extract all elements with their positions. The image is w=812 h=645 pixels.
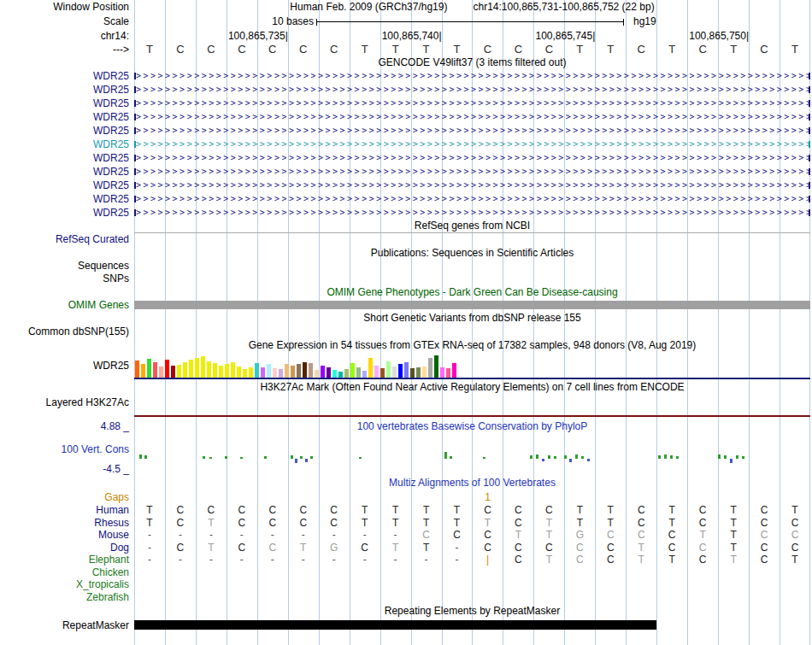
gene-body[interactable]: >>>>>>>>>>>>>>>>>>>>>>>>>>>>>>>>>>>>>>>>… xyxy=(134,165,810,179)
omim-gene-bar[interactable] xyxy=(134,301,810,309)
gtex-tissue-bar[interactable] xyxy=(434,355,438,378)
repeat-element-bar[interactable] xyxy=(134,620,656,630)
gtex-tissue-bar[interactable] xyxy=(446,368,450,378)
gtex-tissue-bar[interactable] xyxy=(279,369,283,378)
gtex-tissue-bar[interactable] xyxy=(374,366,379,378)
gene-body[interactable]: >>>>>>>>>>>>>>>>>>>>>>>>>>>>>>>>>>>>>>>>… xyxy=(134,151,810,165)
species-label[interactable]: Zebrafish xyxy=(0,591,134,604)
species-label[interactable]: Mouse xyxy=(0,529,134,542)
gtex-tissue-bar[interactable] xyxy=(321,366,325,378)
gene-label[interactable]: WDR25 xyxy=(0,206,134,220)
gtex-tissue-bar[interactable] xyxy=(249,367,253,378)
gene-body[interactable]: >>>>>>>>>>>>>>>>>>>>>>>>>>>>>>>>>>>>>>>>… xyxy=(134,69,810,83)
omim-genes-label[interactable]: OMIM Genes xyxy=(0,299,134,311)
gtex-tissue-bar[interactable] xyxy=(338,372,343,378)
gene-body[interactable]: >>>>>>>>>>>>>>>>>>>>>>>>>>>>>>>>>>>>>>>>… xyxy=(134,138,810,151)
species-label[interactable]: Rhesus xyxy=(0,517,134,530)
gene-label[interactable]: WDR25 xyxy=(0,165,134,179)
gtex-tissue-bar[interactable] xyxy=(267,364,271,378)
gtex-tissue-bar[interactable] xyxy=(327,367,331,378)
gene-label[interactable]: WDR25 xyxy=(0,179,134,192)
gtex-tissue-bar[interactable] xyxy=(261,367,265,378)
gtex-tissue-bar[interactable] xyxy=(362,371,367,378)
gtex-tissue-bar[interactable] xyxy=(410,368,415,378)
gtex-tissue-bar[interactable] xyxy=(225,364,229,378)
gtex-tissue-bar[interactable] xyxy=(416,367,421,378)
gtex-tissue-bar[interactable] xyxy=(428,358,432,378)
gene-body[interactable]: >>>>>>>>>>>>>>>>>>>>>>>>>>>>>>>>>>>>>>>>… xyxy=(134,192,810,206)
gtex-tissue-bar[interactable] xyxy=(165,360,169,378)
gene-body[interactable]: >>>>>>>>>>>>>>>>>>>>>>>>>>>>>>>>>>>>>>>>… xyxy=(134,97,810,110)
gtex-tissue-bar[interactable] xyxy=(159,366,163,378)
gtex-tissue-bar[interactable] xyxy=(147,359,151,378)
gtex-tissue-bar[interactable] xyxy=(291,366,295,378)
gtex-tissue-bar[interactable] xyxy=(344,369,349,378)
gene-label[interactable]: WDR25 xyxy=(0,97,134,110)
gtex-tissue-bar[interactable] xyxy=(452,363,456,378)
dbsnp-label[interactable]: Common dbSNP(155) xyxy=(0,325,134,338)
gtex-tissue-bar[interactable] xyxy=(368,358,373,378)
gene-label[interactable]: WDR25 xyxy=(0,151,134,165)
gtex-tissue-bar[interactable] xyxy=(404,362,409,378)
gene-label[interactable]: WDR25 xyxy=(0,110,134,124)
window-position-row: Window Position Human Feb. 2009 (GRCh37/… xyxy=(0,0,812,15)
gene-body[interactable]: >>>>>>>>>>>>>>>>>>>>>>>>>>>>>>>>>>>>>>>>… xyxy=(134,83,810,97)
h3k27ac-plot[interactable] xyxy=(134,395,810,419)
gene-label[interactable]: WDR25 xyxy=(0,192,134,206)
gtex-tissue-bar[interactable] xyxy=(255,363,259,378)
species-label[interactable]: X_tropicalis xyxy=(0,578,134,591)
gtex-tissue-bar[interactable] xyxy=(141,364,145,378)
gtex-tissue-bar[interactable] xyxy=(332,370,337,378)
gtex-tissue-bar[interactable] xyxy=(356,367,361,378)
gaps-label[interactable]: Gaps xyxy=(0,491,134,504)
gtex-tissue-bar[interactable] xyxy=(350,363,355,378)
gtex-tissue-bar[interactable] xyxy=(309,363,313,378)
gtex-tissue-bar[interactable] xyxy=(273,368,277,378)
gtex-plot[interactable] xyxy=(134,352,810,380)
gtex-tissue-bar[interactable] xyxy=(201,356,205,378)
conservation-plot[interactable] xyxy=(134,434,810,475)
gene-body[interactable]: >>>>>>>>>>>>>>>>>>>>>>>>>>>>>>>>>>>>>>>>… xyxy=(134,206,810,220)
refseq-curated-label[interactable]: RefSeq Curated xyxy=(0,232,134,246)
gtex-tissue-bar[interactable] xyxy=(315,370,319,378)
gtex-tissue-bar[interactable] xyxy=(171,366,175,378)
species-label[interactable]: Chicken xyxy=(0,566,134,579)
gene-body[interactable]: >>>>>>>>>>>>>>>>>>>>>>>>>>>>>>>>>>>>>>>>… xyxy=(134,179,810,192)
gtex-tissue-bar[interactable] xyxy=(207,361,211,378)
gtex-tissue-bar[interactable] xyxy=(303,362,307,378)
gtex-tissue-bar[interactable] xyxy=(440,367,444,378)
gene-label[interactable]: WDR25 xyxy=(0,124,134,138)
species-label[interactable]: Human xyxy=(0,504,134,517)
gtex-tissue-bar[interactable] xyxy=(392,366,397,378)
gtex-tissue-bar[interactable] xyxy=(285,364,289,378)
gtex-tissue-bar[interactable] xyxy=(135,361,139,378)
species-label[interactable]: Dog xyxy=(0,542,134,554)
gtex-tissue-bar[interactable] xyxy=(177,365,181,378)
species-label[interactable]: Elephant xyxy=(0,554,134,566)
gtex-tissue-bar[interactable] xyxy=(195,358,199,378)
gtex-gene-label[interactable]: WDR25 xyxy=(0,352,134,380)
conservation-label[interactable]: 100 Vert. Cons xyxy=(62,443,129,455)
gene-body[interactable]: >>>>>>>>>>>>>>>>>>>>>>>>>>>>>>>>>>>>>>>>… xyxy=(134,110,810,124)
gtex-tissue-bar[interactable] xyxy=(380,368,385,378)
gtex-tissue-bar[interactable] xyxy=(422,366,427,378)
snps-label[interactable]: SNPs xyxy=(0,273,134,285)
gtex-tissue-bar[interactable] xyxy=(183,362,187,378)
gtex-tissue-bar[interactable] xyxy=(297,364,301,378)
gtex-tissue-bar[interactable] xyxy=(153,362,157,378)
gtex-tissue-bar[interactable] xyxy=(219,366,223,378)
repeatmasker-label[interactable]: RepeatMasker xyxy=(0,619,134,632)
gene-body[interactable]: >>>>>>>>>>>>>>>>>>>>>>>>>>>>>>>>>>>>>>>>… xyxy=(134,124,810,138)
gtex-tissue-bar[interactable] xyxy=(213,363,217,378)
h3k27ac-label[interactable]: Layered H3K27Ac xyxy=(0,395,134,419)
sequences-label[interactable]: Sequences xyxy=(0,260,134,273)
gtex-tissue-bar[interactable] xyxy=(243,369,247,378)
gene-label[interactable]: WDR25 xyxy=(0,69,134,83)
gtex-tissue-bar[interactable] xyxy=(231,362,235,378)
gtex-tissue-bar[interactable] xyxy=(237,366,241,378)
gtex-tissue-bar[interactable] xyxy=(386,361,391,378)
gene-label[interactable]: WDR25 xyxy=(0,83,134,97)
gene-label[interactable]: WDR25 xyxy=(0,138,134,151)
gtex-tissue-bar[interactable] xyxy=(189,360,193,378)
gtex-tissue-bar[interactable] xyxy=(398,364,403,378)
